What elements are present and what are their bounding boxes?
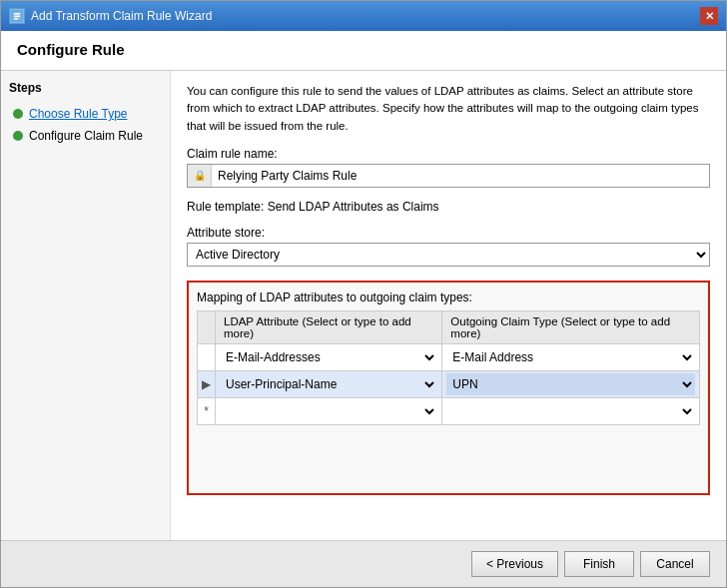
close-button[interactable]: ✕ xyxy=(700,7,718,25)
table-row: * E-Mail-Addresses User-Principal-Name xyxy=(198,397,700,424)
ldap-attribute-header: LDAP Attribute (Select or type to add mo… xyxy=(216,310,442,343)
mapping-empty-area xyxy=(197,425,700,485)
lock-icon: 🔒 xyxy=(188,165,212,187)
claim-rule-name-label: Claim rule name: xyxy=(187,147,710,161)
claim-rule-name-input-wrapper: 🔒 xyxy=(187,164,710,188)
sidebar: Steps Choose Rule Type Configure Claim R… xyxy=(1,71,171,540)
claim-type-select-2[interactable]: UPN E-Mail Address xyxy=(446,373,695,395)
finish-button[interactable]: Finish xyxy=(564,551,634,577)
sidebar-item-choose-rule-type[interactable]: Choose Rule Type xyxy=(9,105,162,123)
claim-type-select-3[interactable]: E-Mail Address UPN xyxy=(446,400,695,422)
attribute-store-section: Attribute store: Active Directory xyxy=(187,226,710,267)
claim-type-cell-2[interactable]: UPN E-Mail Address xyxy=(442,370,700,397)
rule-template-label: Rule template: xyxy=(187,200,264,214)
page-header: Configure Rule xyxy=(1,31,726,71)
row-indicator-2: ▶ xyxy=(198,370,216,397)
rule-template-value: Send LDAP Attributes as Claims xyxy=(268,200,439,214)
mapping-title: Mapping of LDAP attributes to outgoing c… xyxy=(197,291,700,304)
description-text: You can configure this rule to send the … xyxy=(187,83,710,135)
ldap-attribute-select-3[interactable]: E-Mail-Addresses User-Principal-Name xyxy=(220,400,437,422)
rule-template-text: Rule template: Send LDAP Attributes as C… xyxy=(187,200,439,214)
row-indicator-3: * xyxy=(198,397,216,424)
table-row: E-Mail-Addresses User-Principal-Name E-M… xyxy=(198,343,700,370)
mapping-section: Mapping of LDAP attributes to outgoing c… xyxy=(187,281,710,495)
window-title: Add Transform Claim Rule Wizard xyxy=(31,9,212,23)
mapping-table-header-row: LDAP Attribute (Select or type to add mo… xyxy=(198,310,700,343)
sidebar-item-label-choose-rule-type[interactable]: Choose Rule Type xyxy=(29,107,128,121)
svg-rect-1 xyxy=(14,13,20,15)
rule-template-section: Rule template: Send LDAP Attributes as C… xyxy=(187,200,710,214)
step-indicator-1 xyxy=(13,109,23,119)
main-window: Add Transform Claim Rule Wizard ✕ Config… xyxy=(0,0,727,588)
claim-type-cell-3[interactable]: E-Mail Address UPN xyxy=(442,397,700,424)
title-bar: Add Transform Claim Rule Wizard ✕ xyxy=(1,1,726,31)
ldap-attribute-cell-3[interactable]: E-Mail-Addresses User-Principal-Name xyxy=(216,397,442,424)
ldap-attribute-select-1[interactable]: E-Mail-Addresses User-Principal-Name xyxy=(220,346,437,368)
attribute-store-label: Attribute store: xyxy=(187,226,710,240)
claim-type-select-1[interactable]: E-Mail Address UPN xyxy=(446,346,695,368)
mapping-table: LDAP Attribute (Select or type to add mo… xyxy=(197,310,700,425)
sidebar-title: Steps xyxy=(9,81,162,95)
ldap-attribute-cell-1[interactable]: E-Mail-Addresses User-Principal-Name xyxy=(216,343,442,370)
claim-rule-name-section: Claim rule name: 🔒 xyxy=(187,147,710,188)
ldap-attribute-select-2[interactable]: User-Principal-Name E-Mail-Addresses xyxy=(220,373,437,395)
cancel-button[interactable]: Cancel xyxy=(640,551,710,577)
row-indicator-1 xyxy=(198,343,216,370)
indicator-header xyxy=(198,310,216,343)
attribute-store-select[interactable]: Active Directory xyxy=(187,243,710,267)
svg-rect-2 xyxy=(14,16,20,18)
ldap-attribute-cell-2[interactable]: User-Principal-Name E-Mail-Addresses xyxy=(216,370,442,397)
main-content: You can configure this rule to send the … xyxy=(171,71,726,540)
table-row: ▶ User-Principal-Name E-Mail-Addresses xyxy=(198,370,700,397)
outgoing-claim-header: Outgoing Claim Type (Select or type to a… xyxy=(442,310,700,343)
sidebar-item-configure-claim-rule: Configure Claim Rule xyxy=(9,127,162,145)
sidebar-item-label-configure-claim-rule: Configure Claim Rule xyxy=(29,129,143,143)
window-body: Configure Rule Steps Choose Rule Type Co… xyxy=(1,31,726,587)
claim-type-cell-1[interactable]: E-Mail Address UPN xyxy=(442,343,700,370)
footer-bar: < Previous Finish Cancel xyxy=(1,540,726,587)
wizard-icon xyxy=(9,8,25,24)
claim-rule-name-input[interactable] xyxy=(212,167,709,185)
step-indicator-2 xyxy=(13,131,23,141)
content-area: Steps Choose Rule Type Configure Claim R… xyxy=(1,71,726,540)
page-title: Configure Rule xyxy=(17,41,710,58)
svg-rect-3 xyxy=(14,18,18,20)
previous-button[interactable]: < Previous xyxy=(471,551,558,577)
title-bar-left: Add Transform Claim Rule Wizard xyxy=(9,8,212,24)
